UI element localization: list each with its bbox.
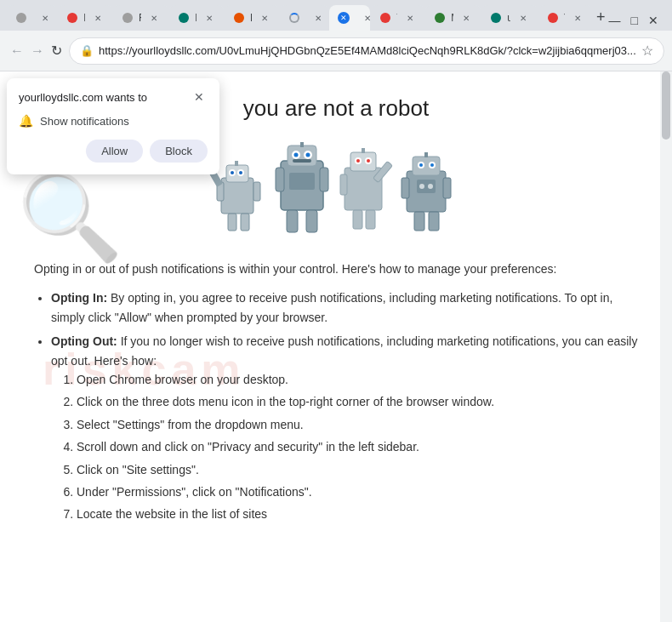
svg-rect-48	[443, 178, 451, 198]
tab-mc[interactable]: Mc... ✕	[425, 5, 481, 31]
tab-dc[interactable]: DC ✕	[7, 5, 57, 31]
tab-label-fift: Fift...	[139, 12, 141, 24]
tab-favicon-yo1	[379, 12, 391, 24]
tab-yo1[interactable]: Yo... ✕	[371, 5, 424, 31]
svg-rect-26	[287, 210, 298, 232]
tab-close-fift[interactable]: ✕	[148, 12, 160, 24]
bell-icon: 🔔	[19, 114, 33, 128]
content-area: yourlloydsllc.com wants to ✕ 🔔 Show noti…	[0, 71, 672, 622]
tabs-container: DC ✕ Kir... ✕ Fift... ✕ Kir... ✕	[7, 5, 609, 31]
tab-fift[interactable]: Fift... ✕	[113, 5, 168, 31]
intro-paragraph: Opting in or out of push notifications i…	[34, 260, 638, 278]
popup-title: yourlloydsllc.com wants to	[19, 91, 147, 104]
tab-yo2[interactable]: Yo... ✕	[538, 5, 592, 31]
svg-rect-46	[424, 152, 428, 157]
svg-rect-22	[300, 142, 304, 147]
opting-in-item: Opting In: By opting in, you agree to re…	[51, 288, 638, 327]
tab-close-kir1[interactable]: ✕	[92, 12, 104, 24]
robots-svg	[204, 135, 468, 246]
popup-buttons: Allow Block	[19, 140, 208, 163]
tab-active[interactable]: ✕ ✕	[329, 5, 370, 31]
svg-rect-23	[293, 159, 311, 163]
window-controls: — □ ✕	[609, 14, 665, 27]
opting-list: Opting In: By opting in, you agree to re…	[51, 288, 638, 523]
tab-favicon-um	[490, 12, 502, 24]
popup-permission-text: Show notifications	[40, 115, 129, 128]
step-1: Open Chrome browser on your desktop.	[77, 370, 638, 389]
svg-rect-38	[353, 210, 362, 229]
tab-kir3[interactable]: Kir... ✕	[225, 5, 279, 31]
svg-point-21	[306, 153, 310, 157]
url-bar[interactable]: 🔒 https://yourlloydsllc.com/U0vLmuHjQHDG…	[69, 37, 664, 65]
tab-close-um[interactable]: ✕	[517, 12, 529, 24]
reload-button[interactable]: ↻	[51, 39, 62, 63]
address-bar: ← → ↻ 🔒 https://yourlloydsllc.com/U0vLmu…	[0, 31, 672, 71]
svg-point-34	[367, 159, 370, 163]
minimize-button[interactable]: —	[609, 14, 621, 27]
tab-close-yo1[interactable]: ✕	[404, 12, 416, 24]
tab-close-mc[interactable]: ✕	[460, 12, 472, 24]
tab-close-kir3[interactable]: ✕	[259, 12, 271, 24]
tab-um[interactable]: um... ✕	[481, 5, 537, 31]
svg-rect-24	[276, 168, 284, 191]
svg-point-32	[356, 159, 360, 163]
tab-favicon-kir2	[178, 12, 190, 24]
tab-favicon-fift	[122, 12, 134, 24]
tab-label-mc: Mc...	[451, 12, 453, 24]
close-button[interactable]: ✕	[648, 14, 658, 27]
opting-out-item: Opting Out: If you no longer wish to rec…	[51, 332, 638, 524]
new-tab-button[interactable]: +	[593, 5, 608, 29]
svg-rect-14	[241, 214, 249, 231]
svg-point-53	[428, 184, 433, 189]
scrollbar-thumb[interactable]	[662, 71, 670, 140]
scrollbar[interactable]	[660, 71, 672, 622]
popup-close-button[interactable]: ✕	[191, 88, 208, 106]
tab-favicon-mc	[434, 12, 446, 24]
bookmark-icon[interactable]: ☆	[641, 43, 653, 59]
tab-favicon-active: ✕	[338, 12, 350, 24]
block-button[interactable]: Block	[150, 140, 208, 163]
tab-close-kir2[interactable]: ✕	[203, 12, 215, 24]
tab-close-dc[interactable]: ✕	[39, 12, 51, 24]
svg-rect-30	[350, 152, 376, 171]
svg-rect-10	[235, 161, 238, 166]
svg-rect-13	[228, 214, 236, 231]
tab-spinner[interactable]: (1) ✕	[280, 5, 328, 31]
tab-close-active[interactable]: ✕	[362, 12, 370, 24]
maximize-button[interactable]: □	[631, 14, 638, 27]
notification-popup: yourlloydsllc.com wants to ✕ 🔔 Show noti…	[7, 78, 219, 174]
step-4: Scroll down and click on "Privacy and se…	[77, 437, 638, 456]
opting-in-text: By opting in, you agree to receive push …	[51, 291, 612, 323]
tab-label-yo2: Yo...	[564, 12, 565, 24]
tab-kir1[interactable]: Kir... ✕	[58, 5, 112, 31]
lock-icon: 🔒	[80, 44, 94, 57]
svg-rect-12	[253, 182, 260, 201]
body-text: Opting in or out of push notifications i…	[34, 260, 638, 524]
svg-point-19	[294, 153, 299, 157]
svg-rect-47	[401, 178, 409, 198]
svg-rect-25	[320, 168, 328, 191]
tab-label-kir3: Kir...	[250, 12, 252, 24]
svg-rect-17	[288, 146, 316, 166]
tab-label-kir2: Kir...	[195, 12, 196, 24]
steps-list: Open Chrome browser on your desktop. Cli…	[77, 370, 638, 524]
svg-rect-28	[289, 173, 315, 190]
svg-rect-36	[340, 174, 347, 195]
forward-button[interactable]: →	[31, 39, 44, 63]
tab-close-yo2[interactable]: ✕	[572, 12, 584, 24]
svg-rect-4	[221, 178, 253, 214]
tab-close-spinner[interactable]: ✕	[312, 12, 324, 24]
opting-in-bold: Opting In:	[51, 291, 107, 305]
allow-button[interactable]: Allow	[86, 140, 143, 163]
back-button[interactable]: ←	[10, 39, 24, 63]
step-7: Locate the website in the list of sites	[77, 505, 638, 523]
tab-label-yo1: Yo...	[396, 12, 397, 24]
svg-point-9	[239, 171, 242, 174]
tab-kir2[interactable]: Kir... ✕	[169, 5, 224, 31]
tab-favicon-dc	[15, 12, 27, 24]
step-6: Under "Permissions", click on "Notificat…	[77, 482, 638, 501]
svg-rect-41	[413, 157, 440, 175]
tab-label-kir1: Kir...	[83, 12, 85, 24]
popup-header: yourlloydsllc.com wants to ✕	[19, 88, 208, 106]
svg-point-43	[419, 163, 423, 167]
